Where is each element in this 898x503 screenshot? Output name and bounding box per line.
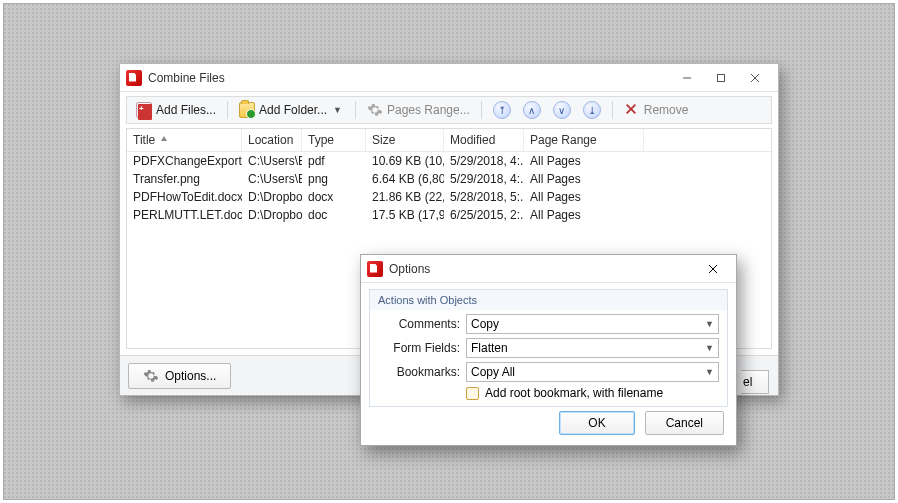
form-fields-value: Flatten	[471, 341, 508, 355]
bookmarks-label: Bookmarks:	[378, 365, 460, 379]
column-header-modified[interactable]: Modified	[444, 129, 524, 151]
main-button-peek-label: el	[743, 375, 752, 389]
toolbar-separator	[227, 101, 228, 119]
move-down-button[interactable]: ∨	[548, 98, 576, 122]
column-size-label: Size	[372, 133, 395, 147]
close-icon	[708, 264, 718, 274]
remove-icon	[624, 102, 640, 118]
move-bottom-button[interactable]: ⤓	[578, 98, 606, 122]
gear-icon	[143, 368, 159, 384]
gear-icon	[367, 102, 383, 118]
ok-button[interactable]: OK	[559, 411, 634, 435]
add-folder-dropdown-icon[interactable]: ▼	[331, 105, 344, 115]
close-button[interactable]	[738, 67, 772, 89]
options-dialog: Options Actions with Objects Comments: C…	[360, 254, 737, 446]
cell-title: PDFXChangeExport.pdf	[127, 153, 242, 169]
options-title: Options	[389, 262, 430, 276]
cell-location: C:\Users\Ed..	[242, 171, 302, 187]
add-files-button[interactable]: Add Files...	[131, 99, 221, 121]
cell-page-range: All Pages	[524, 153, 644, 169]
app-icon	[367, 261, 383, 277]
column-header-location[interactable]: Location	[242, 129, 302, 151]
cell-size: 10.69 KB (10,..	[366, 153, 444, 169]
column-location-label: Location	[248, 133, 293, 147]
toolbar-separator	[612, 101, 613, 119]
move-down-icon: ∨	[553, 101, 571, 119]
options-button[interactable]: Options...	[128, 363, 231, 389]
file-list-header: Title Location Type Size Modified Page R…	[127, 129, 771, 152]
cell-location: D:\Dropbox	[242, 207, 302, 223]
bookmarks-value: Copy All	[471, 365, 515, 379]
file-list-body: PDFXChangeExport.pdfC:\Users\Ed..pdf10.6…	[127, 152, 771, 224]
cancel-button[interactable]: Cancel	[645, 411, 724, 435]
add-root-bookmark-row: Add root bookmark, with filename	[466, 386, 719, 400]
column-header-title[interactable]: Title	[127, 129, 242, 151]
cell-location: D:\Dropbox	[242, 189, 302, 205]
add-files-label: Add Files...	[156, 103, 216, 117]
toolbar-separator	[355, 101, 356, 119]
add-folder-button[interactable]: Add Folder... ▼	[234, 99, 349, 121]
column-header-type[interactable]: Type	[302, 129, 366, 151]
main-title: Combine Files	[148, 71, 225, 85]
cell-type: pdf	[302, 153, 366, 169]
comments-value: Copy	[471, 317, 499, 331]
main-button-peek[interactable]: el	[741, 370, 769, 394]
toolbar-separator	[481, 101, 482, 119]
column-header-size[interactable]: Size	[366, 129, 444, 151]
column-header-page-range[interactable]: Page Range	[524, 129, 644, 151]
table-row[interactable]: PDFXChangeExport.pdfC:\Users\Ed..pdf10.6…	[127, 152, 771, 170]
cell-size: 21.86 KB (22,..	[366, 189, 444, 205]
column-type-label: Type	[308, 133, 334, 147]
table-row[interactable]: PERLMUTT.LET.docD:\Dropboxdoc17.5 KB (17…	[127, 206, 771, 224]
column-modified-label: Modified	[450, 133, 495, 147]
options-footer: OK Cancel	[361, 411, 736, 445]
cell-modified: 5/29/2018, 4:..	[444, 153, 524, 169]
move-top-button[interactable]: ⤒	[488, 98, 516, 122]
move-bottom-icon: ⤓	[583, 101, 601, 119]
bookmarks-select[interactable]: Copy All ▼	[466, 362, 719, 382]
move-top-icon: ⤒	[493, 101, 511, 119]
add-files-icon	[136, 102, 152, 118]
svg-rect-1	[718, 74, 725, 81]
group-title: Actions with Objects	[370, 290, 727, 310]
pages-range-label: Pages Range...	[387, 103, 470, 117]
ok-button-label: OK	[588, 416, 605, 430]
cell-page-range: All Pages	[524, 207, 644, 223]
maximize-icon	[716, 73, 726, 83]
minimize-icon	[682, 73, 692, 83]
pages-range-button[interactable]: Pages Range...	[362, 99, 475, 121]
cell-modified: 5/29/2018, 4:..	[444, 171, 524, 187]
cell-page-range: All Pages	[524, 189, 644, 205]
cancel-button-label: Cancel	[666, 416, 703, 430]
move-up-icon: ∧	[523, 101, 541, 119]
minimize-button[interactable]	[670, 67, 704, 89]
table-row[interactable]: PDFHowToEdit.docxD:\Dropboxdocx21.86 KB …	[127, 188, 771, 206]
add-folder-icon	[239, 102, 255, 118]
add-root-bookmark-label: Add root bookmark, with filename	[485, 386, 663, 400]
cell-title: Transfer.png	[127, 171, 242, 187]
form-fields-select[interactable]: Flatten ▼	[466, 338, 719, 358]
table-row[interactable]: Transfer.pngC:\Users\Ed..png6.64 KB (6,8…	[127, 170, 771, 188]
remove-button[interactable]: Remove	[619, 99, 694, 121]
move-up-button[interactable]: ∧	[518, 98, 546, 122]
comments-label: Comments:	[378, 317, 460, 331]
cell-title: PERLMUTT.LET.doc	[127, 207, 242, 223]
cell-size: 17.5 KB (17,9..	[366, 207, 444, 223]
cell-modified: 6/25/2015, 2:..	[444, 207, 524, 223]
cell-type: png	[302, 171, 366, 187]
close-icon	[750, 73, 760, 83]
options-close-button[interactable]	[696, 258, 730, 280]
cell-location: C:\Users\Ed..	[242, 153, 302, 169]
actions-with-objects-group: Actions with Objects Comments: Copy ▼ Fo…	[369, 289, 728, 407]
cell-type: doc	[302, 207, 366, 223]
options-button-label: Options...	[165, 369, 216, 383]
options-titlebar: Options	[361, 255, 736, 283]
comments-select[interactable]: Copy ▼	[466, 314, 719, 334]
remove-label: Remove	[644, 103, 689, 117]
add-root-bookmark-checkbox[interactable]	[466, 387, 479, 400]
chevron-down-icon: ▼	[705, 367, 714, 377]
form-fields-row: Form Fields: Flatten ▼	[378, 338, 719, 358]
maximize-button[interactable]	[704, 67, 738, 89]
comments-row: Comments: Copy ▼	[378, 314, 719, 334]
cell-size: 6.64 KB (6,80..	[366, 171, 444, 187]
